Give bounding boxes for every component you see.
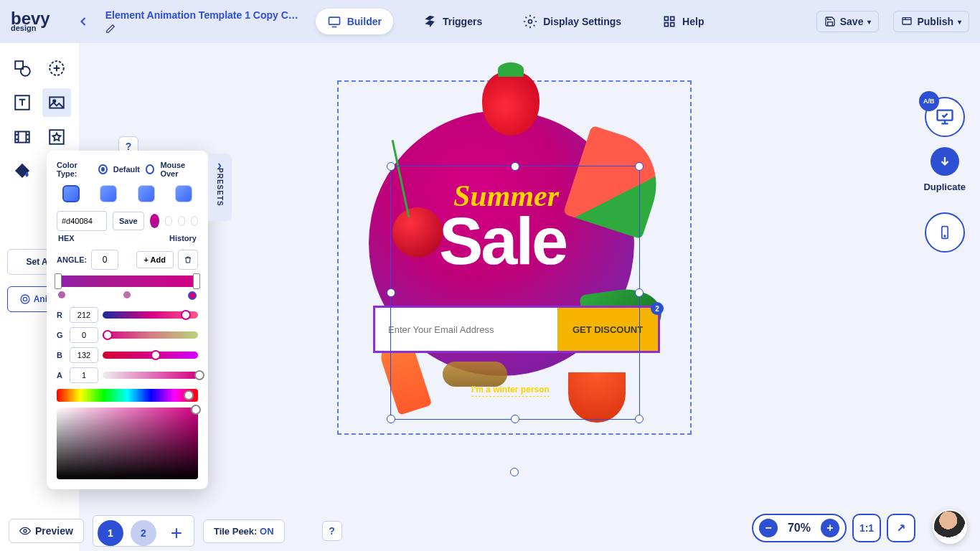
canvas[interactable]: ? Summer Sale GET DISCOUNT 2 I'm a winte… [79,43,980,551]
mobile-icon [938,223,952,242]
save-icon [824,16,836,27]
tint-2[interactable] [100,185,117,202]
resize-handle-n[interactable] [511,162,519,171]
history-swatch-1[interactable] [150,214,159,228]
svg-point-11 [21,295,29,303]
document-title-area[interactable]: Element Animation Template 1 Copy Cop... [105,9,299,34]
chevron-down-icon: ▾ [958,18,961,26]
duplicate-label: Duplicate [923,182,966,192]
element-count-badge: 2 [651,302,664,315]
hex-label: HEX [58,234,75,242]
chevron-down-icon: ▾ [867,18,871,26]
tool-text[interactable] [8,88,37,117]
add-page-button[interactable]: + [164,520,189,546]
tool-video[interactable] [8,123,37,151]
strawberry-graphic [482,71,540,136]
b-input[interactable] [70,347,98,363]
tab-builder[interactable]: Builder [316,9,393,34]
duplicate-button[interactable] [930,147,959,176]
tile-peek-toggle[interactable]: Tile Peek: ON [203,519,285,543]
save-button[interactable]: Save▾ [816,11,880,32]
desktop-icon [935,107,955,127]
g-slider[interactable] [103,331,198,339]
right-float-controls: A/B Duplicate [923,97,966,253]
tab-help[interactable]: Help [651,9,715,34]
resize-handle-w[interactable] [387,288,395,297]
stop-dot-1[interactable] [58,291,65,298]
saturation-box[interactable] [57,408,198,479]
tab-display-settings[interactable]: Display Settings [512,9,633,34]
svg-point-15 [944,235,946,237]
resize-handle-ne[interactable] [635,162,644,171]
page-1[interactable]: 1 [98,520,123,546]
resize-handle-se[interactable] [635,415,644,423]
gradient-stop-1[interactable] [55,273,62,289]
color-panel: PRESETS Color Type: Default Mouse Over S… [47,151,208,489]
resize-handle-sw[interactable] [387,415,395,423]
publish-button[interactable]: Publish▾ [893,11,969,32]
a-input[interactable] [70,367,98,383]
document-title: Element Animation Template 1 Copy Cop... [105,9,299,21]
hue-slider[interactable] [57,389,198,402]
tool-shapes[interactable] [8,54,37,83]
page-2[interactable]: 2 [131,520,156,546]
presets-tab[interactable]: PRESETS [208,154,232,221]
history-swatch-4[interactable] [191,216,198,226]
save-color-button[interactable]: Save [113,212,144,230]
b-slider[interactable] [103,352,198,359]
add-stop-button[interactable]: + Add [136,251,174,268]
tool-add-shape[interactable] [42,54,71,83]
hex-input[interactable] [57,211,107,231]
stop-dot-3[interactable] [188,291,197,300]
svg-point-1 [529,20,532,24]
tint-4[interactable] [175,185,192,202]
angle-input[interactable] [91,250,118,270]
resize-handle-s[interactable] [511,415,519,423]
a-slider[interactable] [103,372,198,379]
svg-rect-9 [15,131,29,142]
gradient-stop-2[interactable] [193,273,200,289]
mobile-view-button[interactable] [925,212,965,253]
stop-dot-2[interactable] [123,291,131,298]
top-bar: bevydesign Element Animation Template 1 … [0,0,980,43]
user-avatar[interactable] [933,509,967,544]
zoom-out-button[interactable]: − [759,519,778,537]
design-frame[interactable]: Summer Sale GET DISCOUNT 2 I'm a winter … [337,80,692,435]
selection-box[interactable] [390,166,640,420]
history-swatch-2[interactable] [165,216,172,226]
tool-star[interactable] [42,123,71,151]
gradient-bar[interactable] [57,276,198,287]
help-hint-bottom[interactable]: ? [322,521,342,541]
edit-icon[interactable] [105,24,116,34]
tint-3[interactable] [138,185,155,202]
rotate-handle[interactable] [510,468,519,476]
zoom-controls: − 70% + 1:1 [752,514,915,542]
zoom-fit-button[interactable]: 1:1 [852,514,881,542]
delete-stop-button[interactable] [178,250,198,270]
ab-badge: A/B [919,91,939,111]
eye-icon [19,525,31,537]
radio-default[interactable] [98,164,107,174]
top-actions: Save▾ Publish▾ [816,11,969,32]
fullscreen-button[interactable] [887,514,915,542]
resize-handle-nw[interactable] [387,162,395,171]
zoom-in-button[interactable]: + [821,519,839,537]
r-input[interactable] [70,307,98,323]
tint-1[interactable] [62,185,80,202]
preview-button[interactable]: Preview [9,519,84,543]
tint-swatches [57,185,198,202]
g-input[interactable] [70,327,98,343]
help-icon [662,14,677,29]
r-slider[interactable] [103,311,198,319]
svg-point-16 [24,529,27,532]
tool-image[interactable] [42,88,71,117]
color-type-label: Color Type: [57,161,93,178]
history-swatch-3[interactable] [178,216,185,226]
tool-fill[interactable] [8,157,37,186]
back-button[interactable] [70,9,96,34]
radio-mouseover[interactable] [146,164,154,174]
resize-handle-e[interactable] [635,288,644,297]
tab-triggers[interactable]: Triggers [411,9,494,34]
nav-tabs: Builder Triggers Display Settings Help [316,9,716,34]
history-label: History [169,234,197,242]
